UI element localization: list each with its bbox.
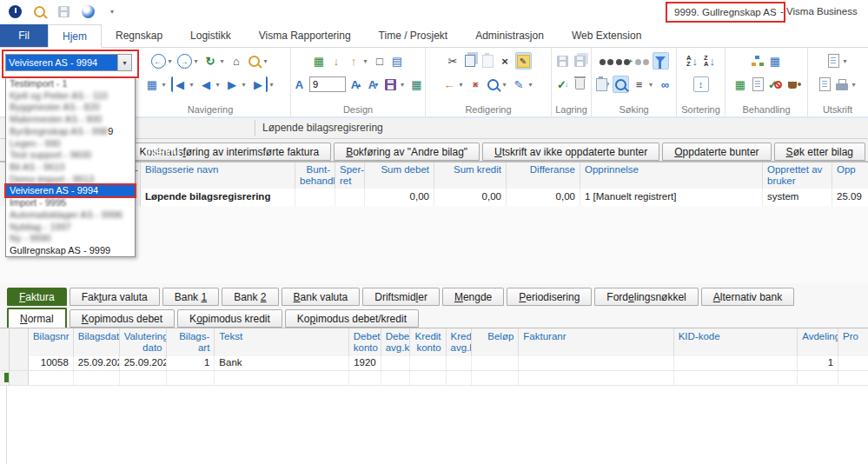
cell-sperret[interactable] xyxy=(335,189,365,206)
report-layout-caret-icon[interactable]: ▾ xyxy=(844,57,850,65)
increase-font-icon[interactable]: A▴ xyxy=(348,76,363,92)
company-item[interactable]: Ny - 9990 xyxy=(6,233,135,245)
replace-icon[interactable]: ✎ xyxy=(512,76,527,92)
tab-bank-valuta[interactable]: Bank valuta xyxy=(282,288,361,306)
cell-valuteringsdato[interactable]: 25.09.2020 xyxy=(120,356,168,370)
forward-icon[interactable]: → xyxy=(177,54,192,69)
customize-qat-caret-icon[interactable]: ▾ xyxy=(104,3,120,19)
column-header-bilagsart[interactable]: Bilags-art xyxy=(167,328,215,356)
column-header-kredit-konto[interactable]: Kreditkonto xyxy=(410,328,447,356)
company-item[interactable]: Import - 9995 xyxy=(6,196,135,209)
next-record-caret-icon[interactable]: ▾ xyxy=(242,81,248,89)
column-header-bilagsnr[interactable]: Bilagsnr xyxy=(29,328,74,356)
column-header-prosjekt[interactable]: Pro xyxy=(838,328,868,356)
cell-prosjekt[interactable] xyxy=(838,371,868,385)
delete-icon[interactable]: × xyxy=(498,53,513,69)
cell-opprettet[interactable]: 25.09 xyxy=(832,189,868,206)
print-caret-icon[interactable]: ▾ xyxy=(852,81,858,89)
company-item[interactable]: Malermester AS - 900 xyxy=(6,113,135,125)
company-item[interactable]: Kjell og Petter AS - 110 xyxy=(6,89,135,102)
cell-opprinnelse[interactable]: 1 [Manuelt registrert] xyxy=(580,189,763,206)
column-header-debet-avgk[interactable]: Debetavg.k. xyxy=(381,328,410,356)
cell-kredit-avgk[interactable] xyxy=(447,371,473,385)
tab-faktura-valuta[interactable]: Faktura valuta xyxy=(70,288,160,306)
find-all-icon[interactable] xyxy=(599,53,613,69)
cell-bilagsdato[interactable]: 25.09.2020 xyxy=(74,356,120,370)
freeze-table-icon[interactable]: ▦ xyxy=(409,76,424,92)
schedule-processing-icon[interactable]: ▦ xyxy=(768,53,783,69)
table-menu-caret-icon[interactable]: ▾ xyxy=(162,81,169,89)
update-batch-icon[interactable]: ▦ xyxy=(733,76,748,92)
tab-hjem[interactable]: Hjem xyxy=(48,24,102,48)
zoom-icon[interactable] xyxy=(613,76,629,93)
previous-record-caret-icon[interactable]: ▾ xyxy=(216,81,222,89)
company-item[interactable]: Test support - 9600 xyxy=(6,149,135,161)
copy-icon[interactable] xyxy=(463,53,478,69)
company-selector-value[interactable]: Veiviseren AS - 9994 xyxy=(6,55,117,70)
tab-administrasjon[interactable]: Administrasjon xyxy=(461,24,558,47)
back-caret-icon[interactable]: ▾ xyxy=(169,57,175,65)
cell-row-indicator[interactable] xyxy=(0,356,10,370)
table-design-icon[interactable]: ▦ xyxy=(312,53,327,69)
value-list-icon[interactable]: ≡ xyxy=(632,76,646,92)
column-header-bilagsserie-navn[interactable]: Bilagsserie navn xyxy=(141,162,295,189)
cell-bilagsserie-navn[interactable]: Løpende bilagsregisrering xyxy=(141,189,295,206)
sort-ascending-icon[interactable]: AZ↓ xyxy=(685,53,699,69)
new-window-icon[interactable]: □ xyxy=(373,53,388,69)
tab-web-extension[interactable]: Web Extension xyxy=(558,24,656,47)
globe-icon[interactable] xyxy=(80,3,96,19)
company-item[interactable]: Byggmester AS - 820 xyxy=(6,101,135,113)
table-menu-icon[interactable]: ▦ xyxy=(145,76,160,92)
previous-record-icon[interactable]: ◀ xyxy=(199,76,214,92)
column-header-kid-kode[interactable]: KID-kode xyxy=(674,328,798,356)
cell-bilagsnr[interactable]: 10058 xyxy=(29,356,74,370)
first-record-caret-icon[interactable]: ▾ xyxy=(190,81,196,89)
cell-tekst[interactable]: Bank xyxy=(215,356,348,370)
column-header-bilagsdato[interactable]: Bilagsdato xyxy=(74,328,120,356)
value-list-caret-icon[interactable]: ▾ xyxy=(649,81,655,89)
company-item[interactable]: Demo import - 9913 xyxy=(6,173,135,185)
cell-sum-debet[interactable]: 0,00 xyxy=(365,189,434,206)
cell-fakturanr[interactable] xyxy=(519,371,673,385)
company-item[interactable]: Gullregnskap AS - 9999 xyxy=(6,244,135,256)
sort-descending-icon[interactable]: ZA↓ xyxy=(702,53,717,69)
tab-visma-rapportering[interactable]: Visma Rapportering xyxy=(245,24,365,47)
discard-icon[interactable] xyxy=(573,76,587,92)
copy-search-icon[interactable]: ? xyxy=(595,76,610,92)
company-item[interactable]: Testimport - 1 xyxy=(6,77,135,89)
column-header-sum-kredit[interactable]: Sum kredit xyxy=(434,162,507,189)
last-record-caret-icon[interactable]: ▾ xyxy=(270,81,276,89)
save-layout-icon[interactable] xyxy=(383,76,398,92)
cell-debet-konto[interactable]: 1920 xyxy=(349,356,381,370)
tab-bank-1[interactable]: Bank 1 xyxy=(162,288,219,306)
cell-prosjekt[interactable] xyxy=(838,356,868,370)
cell-debet-avgk[interactable] xyxy=(381,356,410,370)
cell-kredit-avgk[interactable] xyxy=(447,356,473,370)
tab-faktura[interactable]: Faktura xyxy=(7,288,67,306)
clear-search-icon[interactable] xyxy=(635,53,650,69)
move-row-down-icon[interactable]: ↓ xyxy=(329,53,344,69)
tab-kopimodus-debet[interactable]: Kopimodus debet xyxy=(70,309,175,328)
link-icon[interactable]: ∞ xyxy=(658,76,673,92)
cell-bilagsart[interactable] xyxy=(167,371,215,385)
report-layout-icon[interactable] xyxy=(826,53,841,69)
column-header-debet-konto[interactable]: Debetkonto xyxy=(349,328,381,356)
cell-row-selector[interactable] xyxy=(10,356,29,370)
last-record-icon[interactable]: ▶ xyxy=(251,76,268,92)
zoom-window-icon[interactable] xyxy=(31,3,47,19)
tab-bokforing-andre-bilag[interactable]: Bokføring av "Andre bilag" xyxy=(334,143,480,161)
column-header-sum-debet[interactable]: Sum debet xyxy=(365,162,434,189)
column-header-kredit-avgk[interactable]: Kreditavg.k. xyxy=(447,328,473,356)
tab-time-prosjekt[interactable]: Time / Prosjekt xyxy=(365,24,462,47)
save-layout-caret-icon[interactable]: ▾ xyxy=(401,81,407,89)
cell-tekst[interactable] xyxy=(215,371,348,385)
format-painter-icon[interactable]: ✎ xyxy=(515,52,532,70)
tab-driftsmidler[interactable]: Driftsmidler xyxy=(362,288,440,306)
font-icon[interactable]: A xyxy=(292,76,307,92)
company-item[interactable]: Automatisklager AS - 9996 xyxy=(6,209,135,221)
tab-mengde[interactable]: Mengde xyxy=(442,288,504,306)
sort-dialog-icon[interactable]: ↕ xyxy=(693,76,709,92)
zoom-open-caret-icon[interactable]: ▾ xyxy=(264,57,270,65)
column-header-opprinnelse[interactable]: Opprinnelse xyxy=(580,162,763,189)
company-selector[interactable]: Veiviseren AS - 9994 ▾ xyxy=(5,54,132,71)
